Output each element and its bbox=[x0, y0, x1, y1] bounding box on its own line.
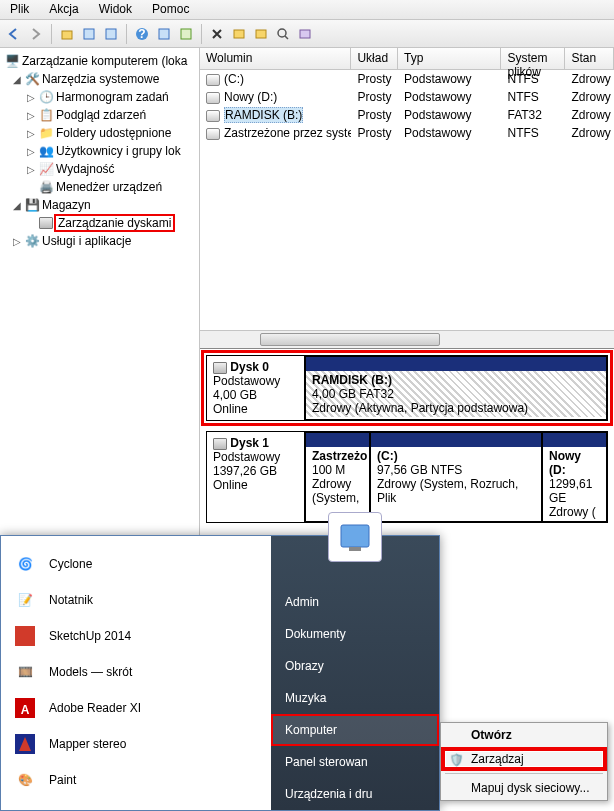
start-item-notepad[interactable]: 📝Notatnik bbox=[5, 582, 267, 618]
back-button[interactable] bbox=[4, 24, 24, 44]
disk1-partition-d[interactable]: Nowy (D:1299,61 GEZdrowy ( bbox=[542, 432, 607, 522]
start-menu-places: Admin Dokumenty Obrazy Muzyka Komputer P… bbox=[271, 536, 439, 810]
svg-text:?: ? bbox=[138, 27, 145, 41]
views-button[interactable] bbox=[101, 24, 121, 44]
storage-icon: 💾 bbox=[24, 197, 40, 213]
ctx-open[interactable]: Otwórz bbox=[441, 723, 607, 747]
ctx-mapdrive[interactable]: Mapuj dysk sieciowy... bbox=[441, 776, 607, 800]
tree-diskmgmt[interactable]: Zarządzanie dyskami bbox=[0, 214, 199, 232]
start-item-models[interactable]: 🎞️Models — skrót bbox=[5, 654, 267, 690]
tree-devmgr[interactable]: 🖨️Menedżer urządzeń bbox=[0, 178, 199, 196]
start-item-paint[interactable]: 🎨Paint bbox=[5, 762, 267, 798]
menu-file[interactable]: Plik bbox=[0, 0, 39, 19]
tree-sharedfolders[interactable]: ▷📁Foldery udostępnione bbox=[0, 124, 199, 142]
ctx-separator bbox=[445, 773, 603, 774]
svg-rect-5 bbox=[159, 29, 169, 39]
adobe-icon: A bbox=[11, 694, 39, 722]
svg-rect-6 bbox=[181, 29, 191, 39]
sketchup-icon bbox=[11, 622, 39, 650]
computer-icon: 🖥️ bbox=[4, 53, 20, 69]
col-layout[interactable]: Układ bbox=[351, 48, 398, 69]
props-button[interactable] bbox=[79, 24, 99, 44]
col-filesystem[interactable]: System plików bbox=[501, 48, 565, 69]
volume-icon bbox=[206, 128, 220, 140]
volume-row[interactable]: Zastrzeżone przez system ProstyPodstawow… bbox=[200, 124, 614, 142]
refresh-button[interactable] bbox=[154, 24, 174, 44]
start-menu: 🌀Cyclone 📝Notatnik SketchUp 2014 🎞️Model… bbox=[0, 535, 440, 811]
delete-button[interactable] bbox=[207, 24, 227, 44]
models-icon: 🎞️ bbox=[11, 658, 39, 686]
col-status[interactable]: Stan bbox=[565, 48, 614, 69]
svg-rect-0 bbox=[62, 31, 72, 39]
tree-perf[interactable]: ▷📈Wydajność bbox=[0, 160, 199, 178]
disk0-partition[interactable]: RAMDISK (B:) 4,00 GB FAT32 Zdrowy (Aktyw… bbox=[305, 356, 607, 420]
start-place-admin[interactable]: Admin bbox=[271, 586, 439, 618]
volume-icon bbox=[206, 110, 220, 122]
start-place-music[interactable]: Muzyka bbox=[271, 682, 439, 714]
action-button[interactable] bbox=[251, 24, 271, 44]
disk-icon bbox=[213, 362, 227, 374]
tree-storage[interactable]: ◢💾Magazyn bbox=[0, 196, 199, 214]
find-button[interactable] bbox=[273, 24, 293, 44]
svg-text:A: A bbox=[21, 703, 30, 717]
volume-header-row: Wolumin Układ Typ System plików Stan bbox=[200, 48, 614, 70]
up-button[interactable] bbox=[57, 24, 77, 44]
volume-icon bbox=[206, 92, 220, 104]
tree-services[interactable]: ▷⚙️Usługi i aplikacje bbox=[0, 232, 199, 250]
export-button[interactable] bbox=[176, 24, 196, 44]
disk1-info: Dysk 1 Podstawowy 1397,26 GB Online bbox=[207, 432, 305, 522]
volume-row-selected[interactable]: RAMDISK (B:) ProstyPodstawowyFAT32Zdrowy bbox=[200, 106, 614, 124]
disk0-block[interactable]: Dysk 0 Podstawowy 4,00 GB Online RAMDISK… bbox=[206, 355, 608, 421]
tree-eventviewer[interactable]: ▷📋Podgląd zdarzeń bbox=[0, 106, 199, 124]
start-item-mapper[interactable]: Mapper stereo bbox=[5, 726, 267, 762]
col-type[interactable]: Typ bbox=[398, 48, 501, 69]
context-menu: Otwórz 🛡️Zarządzaj Mapuj dysk sieciowy..… bbox=[440, 722, 608, 801]
disk1-block[interactable]: Dysk 1 Podstawowy 1397,26 GB Online Zast… bbox=[206, 431, 608, 523]
start-place-devices[interactable]: Urządzenia i dru bbox=[271, 778, 439, 810]
volume-row[interactable]: (C:) ProstyPodstawowyNTFSZdrowy bbox=[200, 70, 614, 88]
more-button[interactable] bbox=[295, 24, 315, 44]
help-button[interactable]: ? bbox=[132, 24, 152, 44]
volume-row[interactable]: Nowy (D:) ProstyPodstawowyNTFSZdrowy bbox=[200, 88, 614, 106]
start-place-controlpanel[interactable]: Panel sterowan bbox=[271, 746, 439, 778]
scrollbar-thumb[interactable] bbox=[260, 333, 440, 346]
tree-root[interactable]: 🖥️Zarządzanie komputerem (loka bbox=[0, 52, 199, 70]
svg-rect-8 bbox=[256, 30, 266, 38]
disk-graphic-area: Dysk 0 Podstawowy 4,00 GB Online RAMDISK… bbox=[200, 348, 614, 539]
start-item-cyclone[interactable]: 🌀Cyclone bbox=[5, 546, 267, 582]
notepad-icon: 📝 bbox=[11, 586, 39, 614]
disk1-partition-c[interactable]: (C:)97,56 GB NTFSZdrowy (System, Rozruch… bbox=[370, 432, 542, 522]
start-menu-programs: 🌀Cyclone 📝Notatnik SketchUp 2014 🎞️Model… bbox=[1, 536, 271, 810]
tree-system-tools[interactable]: ◢🛠️Narzędzia systemowe bbox=[0, 70, 199, 88]
start-place-computer[interactable]: Komputer bbox=[271, 714, 439, 746]
menu-view[interactable]: Widok bbox=[89, 0, 142, 19]
disk1-partition-reserved[interactable]: Zastrzeżo100 MZdrowy (System, bbox=[305, 432, 370, 522]
settings-button[interactable] bbox=[229, 24, 249, 44]
svg-rect-7 bbox=[234, 30, 244, 38]
svg-rect-11 bbox=[300, 30, 310, 38]
menu-bar: Plik Akcja Widok Pomoc bbox=[0, 0, 614, 20]
svg-rect-2 bbox=[106, 29, 116, 39]
col-volume[interactable]: Wolumin bbox=[200, 48, 351, 69]
toolbar: ? bbox=[0, 20, 614, 48]
mapper-icon bbox=[11, 730, 39, 758]
tree-users[interactable]: ▷👥Użytkownicy i grupy lok bbox=[0, 142, 199, 160]
svg-rect-1 bbox=[84, 29, 94, 39]
svg-rect-16 bbox=[341, 525, 369, 547]
horizontal-scrollbar[interactable] bbox=[200, 330, 614, 348]
ctx-manage[interactable]: 🛡️Zarządzaj bbox=[441, 747, 607, 771]
start-place-documents[interactable]: Dokumenty bbox=[271, 618, 439, 650]
shield-icon: 🛡️ bbox=[449, 753, 465, 769]
start-item-adobe[interactable]: AAdobe Reader XI bbox=[5, 690, 267, 726]
start-item-sketchup[interactable]: SketchUp 2014 bbox=[5, 618, 267, 654]
menu-action[interactable]: Akcja bbox=[39, 0, 88, 19]
tree-scheduler[interactable]: ▷🕒Harmonogram zadań bbox=[0, 88, 199, 106]
svg-line-10 bbox=[285, 36, 288, 39]
menu-help[interactable]: Pomoc bbox=[142, 0, 199, 19]
start-place-pictures[interactable]: Obrazy bbox=[271, 650, 439, 682]
cyclone-icon: 🌀 bbox=[11, 550, 39, 578]
volume-list[interactable]: (C:) ProstyPodstawowyNTFSZdrowy Nowy (D:… bbox=[200, 70, 614, 330]
forward-button[interactable] bbox=[26, 24, 46, 44]
disk-icon bbox=[213, 438, 227, 450]
user-avatar[interactable] bbox=[328, 512, 382, 562]
